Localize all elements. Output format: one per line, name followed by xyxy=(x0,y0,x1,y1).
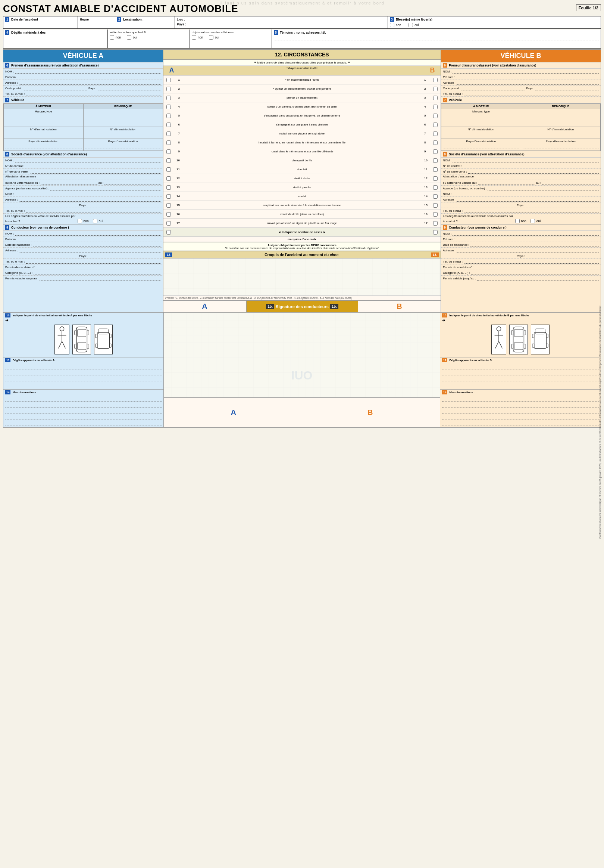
circ-17-a-checkbox[interactable] xyxy=(166,221,171,226)
circ-3-b-checkbox[interactable] xyxy=(433,96,438,100)
circ-5-a-checkbox[interactable] xyxy=(166,113,171,118)
section9b-label: 9 Conducteur (voir permis de conduire ) xyxy=(441,224,601,231)
svg-rect-13 xyxy=(97,332,109,349)
assurance-non-a-checkbox[interactable] xyxy=(77,219,82,223)
contrat-b: N° de contrat : xyxy=(441,163,601,169)
circ-4-a-checkbox[interactable] xyxy=(166,105,171,109)
remorque-b-header: REMORQUE xyxy=(521,104,601,109)
circ-num-14: 14 xyxy=(174,195,180,198)
agence-b: Agence (ou bureau, ou courtier) : xyxy=(441,186,601,191)
svg-point-1 xyxy=(60,327,64,331)
circ-text-6: s'engageait sur une place à sens giratoi… xyxy=(181,123,423,126)
circ-1-a-checkbox[interactable] xyxy=(166,78,171,82)
svg-rect-7 xyxy=(77,329,86,336)
circ-6-b-checkbox[interactable] xyxy=(433,122,438,127)
section4-num: 4 xyxy=(5,30,9,35)
circ-8-b-checkbox[interactable] xyxy=(433,140,438,145)
bottom-center: IUO A B xyxy=(164,313,440,427)
circ-num-2: 2 xyxy=(174,87,180,90)
circ-2-b-checkbox[interactable] xyxy=(433,87,438,91)
svg-rect-33 xyxy=(535,329,545,334)
circ-num-4: 4 xyxy=(174,105,180,108)
circ-8-a-checkbox[interactable] xyxy=(166,140,171,145)
assurance-nom-a: NOM : xyxy=(3,158,163,163)
circ-17-b-checkbox[interactable] xyxy=(433,221,438,226)
circ-7-a-checkbox[interactable] xyxy=(166,132,171,136)
top-info-row: 1 Date de l'accident Heure 2 Localisatio… xyxy=(3,16,601,29)
assurance-non-b-checkbox[interactable] xyxy=(515,219,520,223)
assurance-oui-b-checkbox[interactable] xyxy=(530,219,535,223)
assurance-nom2-a: NOM : xyxy=(3,191,163,197)
circ-13-a-checkbox[interactable] xyxy=(166,185,171,190)
blesse-oui-label: oui xyxy=(414,23,419,27)
circ-num-right-13: 13 xyxy=(424,186,430,189)
vehicules-non-checkbox[interactable] xyxy=(110,35,114,40)
circ-1-b-checkbox[interactable] xyxy=(433,78,438,82)
sig-bottom-b: B xyxy=(302,399,439,426)
vehicle-a-column: VÉHICULE A 6 Preneur d'assurance/assuré … xyxy=(3,49,164,313)
objets-oui-label: oui xyxy=(215,36,219,39)
cases-a-checkbox[interactable] xyxy=(166,230,171,234)
circ-14-b-checkbox[interactable] xyxy=(433,194,438,199)
circ-15-a-checkbox[interactable] xyxy=(166,203,171,208)
blesse-non-checkbox[interactable] xyxy=(390,23,394,27)
circ-10-a-checkbox[interactable] xyxy=(166,158,171,163)
circ-6-a-checkbox[interactable] xyxy=(166,122,171,127)
degats-row: 4 Dégâts matériels à des véhicules autre… xyxy=(3,29,601,48)
nom-a-field: NOM : xyxy=(3,69,163,74)
conducteur-nom-b: NOM : xyxy=(441,231,601,236)
objets-oui-checkbox[interactable] xyxy=(209,35,213,40)
circ-4-b-checkbox[interactable] xyxy=(433,105,438,109)
section9a-label: 9 Conducteur (voir permis de conduire ) xyxy=(3,224,163,231)
circ-10-b-checkbox[interactable] xyxy=(433,158,438,163)
circ-num-right-16: 16 xyxy=(424,212,430,216)
circ-num-right-4: 4 xyxy=(424,105,430,108)
section3-num: 3 xyxy=(390,17,394,22)
assurance-adresse-b: Adresse : xyxy=(441,197,601,202)
circ-3-a-checkbox[interactable] xyxy=(166,96,171,100)
assurance-oui-a-checkbox[interactable] xyxy=(93,219,97,223)
circ-14-a-checkbox[interactable] xyxy=(166,194,171,199)
circ-9-b-checkbox[interactable] xyxy=(433,149,438,154)
circ-11-a-checkbox[interactable] xyxy=(166,167,171,172)
blesse-oui-checkbox[interactable] xyxy=(408,23,413,27)
conducteur-prenom-a: Prénom : xyxy=(3,236,163,242)
vehicules-oui-checkbox[interactable] xyxy=(127,35,131,40)
objets-non-checkbox[interactable] xyxy=(192,35,196,40)
circ-5-b-checkbox[interactable] xyxy=(433,113,438,118)
circ-2-a-checkbox[interactable] xyxy=(166,87,171,91)
circ-num-right-9: 9 xyxy=(424,150,430,153)
assurance-non-a-label: non xyxy=(83,219,89,223)
circ-item-3: 3prenait un stationnement3 xyxy=(164,93,440,102)
section5-label: Témoins : noms, adresses, tél. xyxy=(280,31,326,34)
circ-num-9: 9 xyxy=(174,150,180,153)
circ-12-b-checkbox[interactable] xyxy=(433,176,438,181)
valable-permis-a: Permis valable jusqu'au : xyxy=(3,276,163,281)
ab-header-a: A xyxy=(164,66,180,75)
circ-12-a-checkbox[interactable] xyxy=(166,176,171,181)
circ-16-a-checkbox[interactable] xyxy=(166,212,171,217)
circ-text-10: changeait de file xyxy=(181,159,423,162)
cases-b-checkbox[interactable] xyxy=(433,230,438,234)
car-top-view-a xyxy=(73,325,91,355)
immat-remorque-a-cell: N° d'immatriculation xyxy=(83,127,163,139)
circ-item-15: 15empiétait sur une voie réservée à la c… xyxy=(164,201,440,210)
circ-11-b-checkbox[interactable] xyxy=(433,167,438,172)
circ-num-8: 8 xyxy=(174,141,180,144)
circ-item-8: 8heurtait à l'arrière, en roulant dans l… xyxy=(164,138,440,147)
circ-13-b-checkbox[interactable] xyxy=(433,185,438,190)
vehicules-oui-label: oui xyxy=(133,36,137,39)
pays-immat-remorque-b-cell: Pays d'immatriculation xyxy=(521,139,601,151)
sig-col-a: A xyxy=(164,301,246,312)
circ-item-17: 17n'avait pas observé un signal de prior… xyxy=(164,219,440,228)
conducteur-prenom-b: Prénom : xyxy=(441,236,601,242)
circ-15-b-checkbox[interactable] xyxy=(433,203,438,208)
circ-16-b-checkbox[interactable] xyxy=(433,212,438,217)
circ-num-right-14: 14 xyxy=(424,195,430,198)
circ-7-b-checkbox[interactable] xyxy=(433,132,438,136)
circ-9-a-checkbox[interactable] xyxy=(166,149,171,154)
section8b-label: 8 Société d'assurance (voir attestation … xyxy=(441,151,601,158)
contrat-q-b: le contrat ? non oui xyxy=(441,219,601,224)
svg-rect-27 xyxy=(514,343,523,350)
circ-item-13: 13virait à gauche13 xyxy=(164,183,440,192)
